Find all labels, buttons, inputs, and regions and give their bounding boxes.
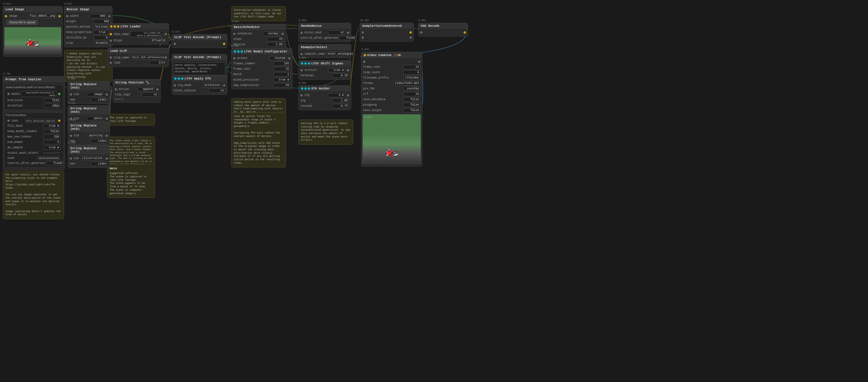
shift-sigmas-node: 0.00s LTXV Shift Sigmas stretch true ● t… xyxy=(299,60,351,80)
clip2-title: CLIP Text Encode (Prompt) xyxy=(174,56,221,59)
control-gen-value: fixed xyxy=(46,161,63,165)
resize-header: Resize Image xyxy=(64,6,112,12)
ksampler-select-node: KSamplerSelect sampler_name euler_ancest… xyxy=(299,44,351,58)
vc-frame-rate-label: frame_rate xyxy=(363,65,402,69)
rescale-label: rescale xyxy=(301,104,331,107)
random-noise-node: 0.00s RandomNoise noise_seed 42 control_… xyxy=(299,23,351,42)
precision-value: fp16 xyxy=(43,98,60,102)
apply-stg-title: LTXV Apply STG xyxy=(185,77,211,80)
crop-row: crop disabled xyxy=(64,40,112,46)
string-replace4-node: 0.00s String Replace (mtb) old illustrat… xyxy=(68,145,110,168)
sf-tidy-row: tidy_tags no xyxy=(113,92,160,97)
vc-loop-value: 0 xyxy=(403,70,420,74)
task-value: more_detailed_caption xyxy=(25,119,56,123)
stg-port-r xyxy=(223,84,225,87)
caption-timer: 2.78s xyxy=(3,72,11,75)
mc-port-l xyxy=(233,57,236,60)
file-value: flux_00043_.png xyxy=(28,14,57,18)
basic-scheduler-title: BasicScheduler xyxy=(234,25,260,29)
ss-port-l xyxy=(301,69,303,71)
frame-rate-value: 25 xyxy=(273,67,290,71)
load-clip-node: Load CLIP clip_name t5xxl_fp8.safetensor… xyxy=(107,48,169,67)
ltxv-loader-title: LTXV Loader xyxy=(120,25,141,28)
vc-format-row: format video/h264-mp4 xyxy=(361,81,422,86)
stg-guider-header: STG Guider xyxy=(299,86,351,91)
width-value: 800 xyxy=(89,14,106,18)
ltxv-loader-node: LTXV Loader ckpt_name ltx-video-2b-v0.9.… xyxy=(107,23,169,45)
sg-port-r xyxy=(347,94,349,96)
resize-port-in xyxy=(66,15,68,18)
sampler-custom-node: 23.30s SamplerCustomAdvanced xyxy=(360,23,414,41)
rn-port-r xyxy=(347,32,349,34)
stretch-label: stretch xyxy=(304,69,327,72)
max-tokens-label: max_new_tokens xyxy=(7,135,42,138)
ss-dot1 xyxy=(301,62,303,65)
attention-label: attention xyxy=(7,104,42,107)
sr3-port-r xyxy=(106,135,108,137)
vc-format-label: format xyxy=(363,82,393,85)
sg-dot1 xyxy=(301,87,303,90)
upscale-method-row: upscale_method bilinear xyxy=(64,24,112,30)
vc-port-r xyxy=(418,61,420,63)
seed-value: 285091998991985 xyxy=(37,156,60,160)
dtype-port xyxy=(110,39,112,42)
vc-frame-rate-value: 24 xyxy=(403,65,420,69)
sr3-old-label: old xyxy=(74,134,86,137)
vc-prefix-label: filename_prefix xyxy=(363,76,402,79)
layers-note-text: Adding more layers will tend to reduce t… xyxy=(234,101,283,114)
suffixes-note: Note Suggested suffixes: The scene is ca… xyxy=(107,164,155,198)
choose-file-button[interactable]: choose file to upload xyxy=(6,20,38,25)
fr-port-l xyxy=(7,120,10,122)
scheduler-label: scheduler xyxy=(237,32,262,35)
sampler-custom-title: SamplerCustomAdvanced xyxy=(362,24,402,28)
sf-port-r xyxy=(156,88,159,91)
denoise-value: 1.00 xyxy=(267,42,284,47)
shift-sigmas-title: LTXV Shift Sigmas xyxy=(311,62,343,65)
vc-port-row xyxy=(361,59,422,64)
control-gen-label: control_after_generate xyxy=(7,162,45,165)
ckpt-port-out xyxy=(164,33,167,35)
ss-dot2 xyxy=(304,62,307,65)
vae-port-r xyxy=(464,31,466,34)
ltxv-apply-stg-node: LTXV Apply STG stg_mode attention block_… xyxy=(172,75,227,95)
keep-loaded-value: false xyxy=(43,129,60,133)
do-sample-value: true ● xyxy=(43,146,60,150)
width-label: width xyxy=(70,14,88,18)
attention-row: attention sdpa xyxy=(6,103,62,108)
cfg-label: cfg xyxy=(304,94,327,97)
terminal-row: terminal 0.10 xyxy=(299,73,351,78)
batch-row: batch 1 xyxy=(231,72,292,77)
model-value: microsoft/Florence-2-base xyxy=(21,91,56,97)
vc-pixfmt-value: yuv420p xyxy=(403,87,420,91)
model-label: model xyxy=(11,93,20,96)
ks-port-r xyxy=(347,53,349,55)
sr4-port-l xyxy=(70,157,72,160)
vc-dot xyxy=(364,54,366,56)
rn-port-l xyxy=(301,32,303,34)
stretch-value: true ● xyxy=(328,68,345,72)
steps-row: steps 25 xyxy=(231,36,286,42)
cfg-value: 3.0 xyxy=(328,93,345,97)
load-clip-header: Load CLIP xyxy=(108,48,168,54)
load-clip-body: clip_name t5xxl_fp8.safetensors type ltx… xyxy=(108,54,168,67)
mixed-precision-row: mixed_precision true ● xyxy=(231,77,292,83)
clip-name-row: clip_name t5xxl_fp8.safetensors xyxy=(108,55,168,60)
vae-decode-body xyxy=(418,29,468,36)
vae-port-l xyxy=(420,31,422,34)
video-combine-node: 2.93s Video Combine 🎥🎞️ frame_rate 24 lo… xyxy=(361,52,422,166)
prompt-caption-node: 2.78s Prompt from Caption DownloadAndLoa… xyxy=(3,76,65,170)
dtype-row: dtype bfloat16 xyxy=(108,38,168,43)
sr1-title: String Replace (mtb) xyxy=(70,83,107,89)
sr1-timer: 0.00s xyxy=(68,77,76,80)
rescale-value: 0.75 xyxy=(332,104,349,108)
vc-metadata-label: save_metadata xyxy=(363,98,402,101)
resize-port-out xyxy=(108,15,111,18)
clip-name-value: t5xxl_fp8.safetensors xyxy=(130,56,163,60)
rescale-row: rescale 0.75 xyxy=(299,103,351,109)
scheduler-value: normal xyxy=(263,32,280,36)
output-mask-label: output_mask_select xyxy=(7,152,42,155)
random-noise-body: noise_seed 42 control_after_generate fix… xyxy=(299,29,351,42)
output-mask-value xyxy=(43,152,60,153)
sr1-port-l xyxy=(70,93,72,96)
sr4-old-value: illustration xyxy=(81,156,104,161)
